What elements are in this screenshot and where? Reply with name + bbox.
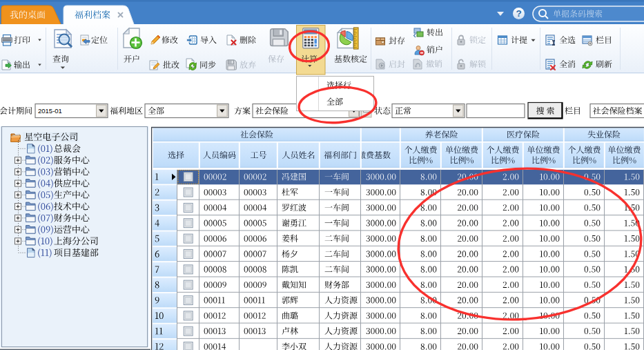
svg-text:2015-01: 2015-01 [38, 107, 62, 115]
svg-text:?: ? [516, 8, 521, 19]
